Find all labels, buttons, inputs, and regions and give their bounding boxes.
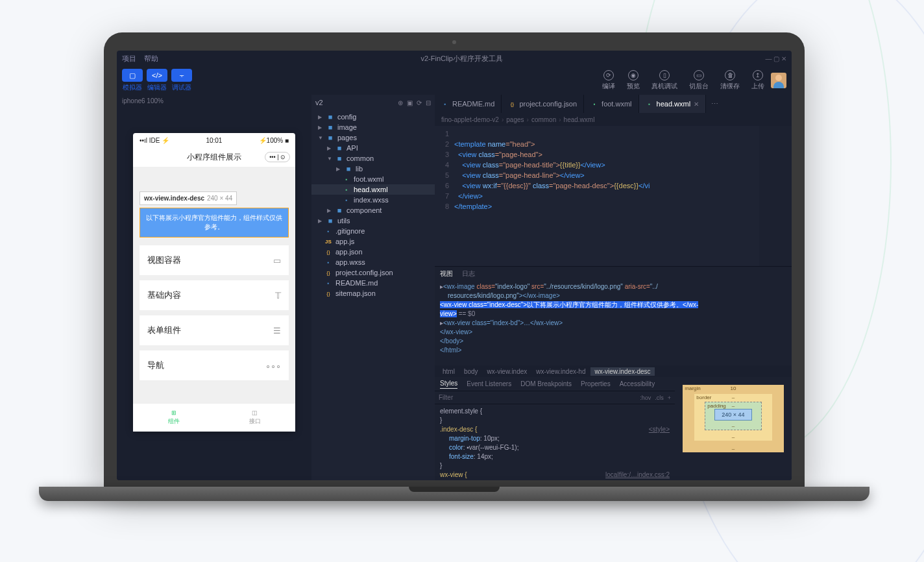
- minimap[interactable]: [759, 126, 792, 266]
- devtools: 视图 日志 ▸<wx-image class="index-logo" src=…: [435, 266, 792, 480]
- list-item[interactable]: 视图容器▭: [140, 245, 289, 275]
- crumb[interactable]: common: [531, 116, 556, 123]
- menubar: 项目 帮助 v2-FinClip小程序开发工具 — ▢ ✕: [117, 51, 792, 66]
- tree-folder[interactable]: ▶■lib: [311, 164, 435, 174]
- crumb[interactable]: head.wxml: [564, 116, 595, 123]
- inspector-tooltip: wx-view.index-desc240 × 44: [140, 191, 237, 205]
- subtab-properties[interactable]: Properties: [581, 380, 611, 387]
- mode-simulator[interactable]: ▢模拟器: [122, 69, 143, 92]
- simulator-panel: iphone6 100% ••ıl IDE ⚡ 10:01 ⚡100% ■ 小程…: [117, 95, 311, 480]
- action-preview[interactable]: ◉预览: [627, 70, 640, 91]
- tree-file[interactable]: ▪app.wxss: [311, 257, 435, 267]
- text-icon: 𝕋: [275, 291, 281, 300]
- capsule-menu[interactable]: ••• | ⊙: [265, 152, 290, 162]
- tree-file[interactable]: ▪head.wxml: [311, 184, 435, 195]
- phone-simulator: ••ıl IDE ⚡ 10:01 ⚡100% ■ 小程序组件展示 ••• | ⊙…: [133, 133, 295, 432]
- crumb-html[interactable]: html: [439, 367, 459, 376]
- crumb-index-desc[interactable]: wx-view.index-desc: [590, 367, 654, 376]
- css-rules[interactable]: element.style { } .index-desc {<style> m…: [435, 404, 675, 480]
- refresh-icon[interactable]: ⟳: [417, 99, 422, 106]
- tree-folder[interactable]: ▶■API: [311, 143, 435, 153]
- tree-folder[interactable]: ▼■pages: [311, 132, 435, 143]
- close-icon[interactable]: ✕: [694, 101, 699, 108]
- tree-folder[interactable]: ▶■component: [311, 205, 435, 215]
- styles-filter[interactable]: Filter: [439, 394, 453, 401]
- mode-debugger[interactable]: ⫟调试器: [171, 69, 192, 92]
- add-rule[interactable]: +: [668, 395, 671, 401]
- form-icon: ☰: [273, 326, 281, 336]
- tree-file[interactable]: ▪foot.wxml: [311, 174, 435, 184]
- mode-editor[interactable]: </>编辑器: [147, 69, 167, 92]
- tab-foot[interactable]: ▪foot.wxml: [584, 95, 638, 113]
- editor-tabs: ▪README.md {}project.config.json ▪foot.w…: [435, 95, 792, 113]
- nav-icon: ∘∘∘: [265, 361, 281, 371]
- subtab-accessibility[interactable]: Accessibility: [620, 380, 655, 387]
- box-model[interactable]: margin 10 border – padding – 240 × 44 –: [675, 377, 792, 480]
- window-controls[interactable]: — ▢ ✕: [765, 55, 786, 62]
- editor-area: ▪README.md {}project.config.json ▪foot.w…: [435, 95, 792, 480]
- tab-components[interactable]: ⊞组件: [133, 404, 214, 432]
- list-item[interactable]: 导航∘∘∘: [140, 350, 289, 380]
- battery-indicator: ⚡100% ■: [259, 137, 289, 144]
- collapse-icon[interactable]: ⊟: [426, 99, 431, 106]
- breadcrumb: fino-applet-demo-v2› pages› common› head…: [435, 113, 792, 126]
- tree-file[interactable]: JSapp.js: [311, 236, 435, 247]
- tree-folder[interactable]: ▼■common: [311, 153, 435, 164]
- devtools-tab-log[interactable]: 日志: [462, 269, 475, 278]
- tab-overflow[interactable]: ⋯: [706, 95, 723, 113]
- user-avatar[interactable]: [771, 73, 786, 88]
- tree-file[interactable]: ▪README.md: [311, 278, 435, 288]
- menu-help[interactable]: 帮助: [144, 54, 158, 64]
- phone-time: 10:01: [206, 137, 222, 144]
- crumb-body[interactable]: body: [460, 367, 482, 376]
- action-cache[interactable]: 🗑清缓存: [720, 70, 740, 91]
- list-item[interactable]: 表单组件☰: [140, 315, 289, 345]
- grid-icon: ⊞: [171, 409, 176, 416]
- tree-file[interactable]: ▪.gitignore: [311, 226, 435, 236]
- container-icon: ▭: [273, 256, 281, 265]
- crumb-index-hd[interactable]: wx-view.index-hd: [532, 367, 589, 376]
- cls-toggle[interactable]: .cls: [655, 395, 664, 401]
- tab-project-config[interactable]: {}project.config.json: [502, 95, 584, 113]
- tab-readme[interactable]: ▪README.md: [435, 95, 502, 113]
- tab-head[interactable]: ▪head.wxml✕: [639, 95, 707, 113]
- subtab-dom-bp[interactable]: DOM Breakpoints: [520, 380, 572, 387]
- subtab-listeners[interactable]: Event Listeners: [467, 380, 511, 387]
- new-folder-icon[interactable]: ▣: [407, 99, 413, 106]
- phone-icon: ▯: [659, 70, 670, 80]
- subtab-styles[interactable]: Styles: [440, 380, 457, 389]
- project-root[interactable]: v2: [315, 99, 323, 106]
- highlighted-element[interactable]: 以下将展示小程序官方组件能力，组件样式仅供参考。: [140, 208, 289, 238]
- dom-tree[interactable]: ▸<wx-image class="index-logo" src="../re…: [435, 281, 792, 365]
- device-info[interactable]: iphone6 100%: [117, 95, 311, 107]
- eye-icon: ◉: [628, 70, 638, 80]
- action-remote[interactable]: ▯真机调试: [651, 70, 677, 91]
- tree-folder[interactable]: ▶■utils: [311, 215, 435, 226]
- window-title: v2-FinClip小程序开发工具: [420, 54, 503, 64]
- new-file-icon[interactable]: ⊕: [398, 99, 403, 106]
- hov-toggle[interactable]: :hov: [640, 395, 651, 401]
- action-background[interactable]: ▭切后台: [689, 70, 709, 91]
- code-editor[interactable]: 12345678 <template name="head"> <view cl…: [435, 126, 792, 266]
- devtools-tab-elements[interactable]: 视图: [440, 269, 453, 278]
- trash-icon: 🗑: [725, 70, 735, 80]
- background-icon: ▭: [694, 70, 704, 80]
- tree-file[interactable]: {}app.json: [311, 247, 435, 257]
- menu-project[interactable]: 项目: [122, 54, 136, 64]
- action-upload[interactable]: ↥上传: [751, 70, 764, 91]
- ide-screen: 项目 帮助 v2-FinClip小程序开发工具 — ▢ ✕ ▢模拟器 </>编辑…: [117, 51, 792, 480]
- toolbar: ▢模拟器 </>编辑器 ⫟调试器 ⟳编译 ◉预览 ▯真机调试 ▭切后台 🗑清缓存…: [117, 66, 792, 95]
- tree-folder[interactable]: ▶■config: [311, 112, 435, 122]
- tree-folder[interactable]: ▶■image: [311, 122, 435, 132]
- tab-api[interactable]: ◫接口: [214, 404, 295, 432]
- code-content[interactable]: <template name="head"> <view class="page…: [454, 126, 650, 266]
- action-compile[interactable]: ⟳编译: [602, 70, 615, 91]
- crumb-index[interactable]: wx-view.index: [483, 367, 531, 376]
- crumb[interactable]: fino-applet-demo-v2: [441, 116, 499, 123]
- tree-file[interactable]: {}sitemap.json: [311, 288, 435, 299]
- phone-status-bar: ••ıl IDE ⚡ 10:01 ⚡100% ■: [133, 133, 295, 147]
- tree-file[interactable]: {}project.config.json: [311, 267, 435, 278]
- list-item[interactable]: 基础内容𝕋: [140, 280, 289, 310]
- tree-file[interactable]: ▪index.wxss: [311, 195, 435, 205]
- crumb[interactable]: pages: [506, 116, 524, 123]
